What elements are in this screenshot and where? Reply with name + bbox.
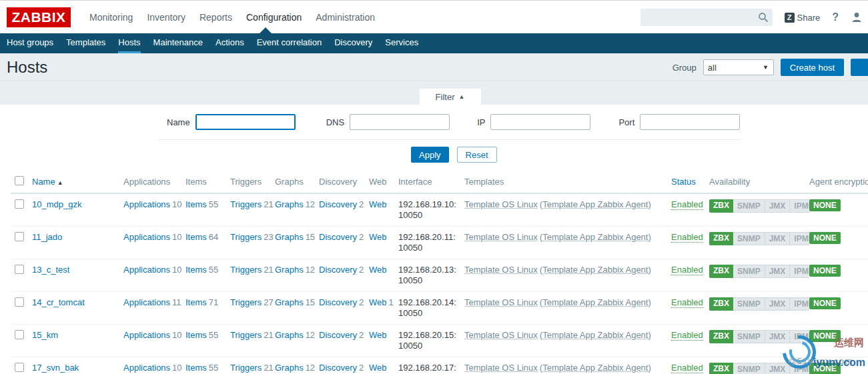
filter-dns-input[interactable] bbox=[350, 114, 450, 130]
template-main-link[interactable]: Template OS Linux bbox=[464, 330, 538, 340]
graphs-link[interactable]: Graphs bbox=[275, 330, 304, 340]
host-name-link[interactable]: 14_cr_tomcat bbox=[32, 297, 85, 307]
reset-button[interactable]: Reset bbox=[457, 147, 497, 163]
graphs-link[interactable]: Graphs bbox=[275, 297, 304, 307]
host-name-link[interactable]: 15_km bbox=[32, 330, 58, 340]
applications-link[interactable]: Applications bbox=[123, 363, 170, 373]
items-link[interactable]: Items bbox=[185, 232, 207, 242]
subnav-item-maintenance[interactable]: Maintenance bbox=[153, 33, 203, 53]
status-toggle-link[interactable]: Enabled bbox=[671, 330, 703, 341]
web-link[interactable]: Web bbox=[369, 330, 387, 340]
menu-item-administration[interactable]: Administration bbox=[309, 1, 382, 33]
host-name-link[interactable]: 10_mdp_gzk bbox=[32, 199, 81, 209]
filter-port-input[interactable] bbox=[640, 114, 740, 130]
template-main-link[interactable]: Template OS Linux bbox=[464, 297, 538, 307]
items-link[interactable]: Items bbox=[185, 330, 207, 340]
web-link[interactable]: Web bbox=[369, 232, 387, 242]
web-link[interactable]: Web bbox=[369, 265, 387, 275]
row-checkbox[interactable] bbox=[15, 363, 24, 372]
template-linked-link[interactable]: Template App Zabbix Agent bbox=[542, 232, 648, 242]
graphs-link[interactable]: Graphs bbox=[275, 265, 304, 275]
host-name-link[interactable]: 17_svn_bak bbox=[32, 363, 79, 373]
web-link[interactable]: Web bbox=[369, 297, 387, 307]
template-main-link[interactable]: Template OS Linux bbox=[464, 265, 538, 275]
template-linked-link[interactable]: Template App Zabbix Agent bbox=[542, 297, 648, 307]
applications-count: 10 bbox=[172, 232, 181, 242]
status-toggle-link[interactable]: Enabled bbox=[671, 265, 703, 275]
subnav-item-hosts[interactable]: Hosts bbox=[118, 33, 140, 53]
row-checkbox[interactable] bbox=[15, 330, 24, 339]
user-profile-icon[interactable] bbox=[851, 11, 863, 23]
status-toggle-link[interactable]: Enabled bbox=[671, 363, 703, 373]
subnav-item-discovery[interactable]: Discovery bbox=[334, 33, 372, 53]
template-main-link[interactable]: Template OS Linux bbox=[464, 232, 538, 242]
menu-item-inventory[interactable]: Inventory bbox=[140, 1, 192, 33]
template-linked-link[interactable]: Template App Zabbix Agent bbox=[542, 363, 648, 373]
row-checkbox[interactable] bbox=[15, 199, 24, 209]
applications-link[interactable]: Applications bbox=[123, 265, 170, 275]
apply-button[interactable]: Apply bbox=[411, 147, 449, 163]
row-checkbox[interactable] bbox=[15, 232, 24, 241]
zabbix-logo[interactable]: ZABBIX bbox=[7, 7, 71, 27]
subnav-item-event-correlation[interactable]: Event correlation bbox=[257, 33, 322, 53]
row-checkbox[interactable] bbox=[15, 265, 24, 274]
search-input[interactable] bbox=[640, 9, 773, 26]
help-button[interactable]: ? bbox=[832, 11, 839, 23]
discovery-link[interactable]: Discovery bbox=[319, 297, 357, 307]
subnav-item-actions[interactable]: Actions bbox=[215, 33, 244, 53]
menu-item-reports[interactable]: Reports bbox=[193, 1, 239, 33]
discovery-link[interactable]: Discovery bbox=[319, 199, 357, 209]
applications-link[interactable]: Applications bbox=[123, 232, 170, 242]
row-checkbox[interactable] bbox=[15, 297, 24, 307]
discovery-link[interactable]: Discovery bbox=[319, 232, 357, 242]
graphs-link[interactable]: Graphs bbox=[275, 199, 304, 209]
template-linked-link[interactable]: Template App Zabbix Agent bbox=[542, 330, 648, 340]
triggers-link[interactable]: Triggers bbox=[230, 297, 262, 307]
applications-link[interactable]: Applications bbox=[123, 330, 170, 340]
discovery-link[interactable]: Discovery bbox=[319, 330, 357, 340]
select-all-checkbox[interactable] bbox=[15, 176, 24, 185]
subnav-item-templates[interactable]: Templates bbox=[66, 33, 105, 53]
search-icon[interactable] bbox=[758, 12, 769, 25]
sort-by-status-link[interactable]: Status bbox=[671, 177, 696, 187]
graphs-link[interactable]: Graphs bbox=[275, 363, 304, 373]
create-host-button[interactable]: Create host bbox=[781, 59, 844, 76]
share-button[interactable]: Z Share bbox=[785, 13, 821, 23]
triggers-link[interactable]: Triggers bbox=[230, 199, 262, 209]
filter-toggle-tab[interactable]: Filter ▲ bbox=[420, 89, 481, 105]
web-link[interactable]: Web bbox=[369, 363, 387, 373]
applications-link[interactable]: Applications bbox=[123, 199, 170, 209]
filter-name-input[interactable] bbox=[195, 114, 296, 130]
filter-ip-input[interactable] bbox=[490, 114, 590, 130]
template-linked-link[interactable]: Template App Zabbix Agent bbox=[542, 265, 648, 275]
items-link[interactable]: Items bbox=[185, 297, 207, 307]
status-toggle-link[interactable]: Enabled bbox=[671, 297, 703, 308]
items-count: 55 bbox=[209, 265, 218, 275]
applications-link[interactable]: Applications bbox=[123, 297, 170, 307]
discovery-link[interactable]: Discovery bbox=[319, 265, 357, 275]
triggers-link[interactable]: Triggers bbox=[230, 232, 262, 242]
template-main-link[interactable]: Template OS Linux bbox=[464, 363, 538, 373]
menu-item-monitoring[interactable]: Monitoring bbox=[83, 1, 139, 33]
items-link[interactable]: Items bbox=[185, 265, 207, 275]
import-button[interactable]: Import bbox=[851, 59, 868, 76]
host-name-link[interactable]: 13_c_test bbox=[32, 265, 69, 275]
sort-by-name-link[interactable]: Name bbox=[32, 177, 55, 187]
subnav-item-host-groups[interactable]: Host groups bbox=[7, 33, 53, 53]
triggers-link[interactable]: Triggers bbox=[230, 330, 262, 340]
items-link[interactable]: Items bbox=[185, 363, 207, 373]
template-linked-link[interactable]: Template App Zabbix Agent bbox=[542, 199, 648, 209]
triggers-link[interactable]: Triggers bbox=[230, 363, 262, 373]
subnav-item-services[interactable]: Services bbox=[385, 33, 418, 53]
items-link[interactable]: Items bbox=[185, 199, 207, 209]
menu-item-configuration[interactable]: Configuration bbox=[240, 1, 308, 33]
triggers-link[interactable]: Triggers bbox=[230, 265, 262, 275]
graphs-link[interactable]: Graphs bbox=[275, 232, 304, 242]
web-link[interactable]: Web bbox=[369, 199, 387, 209]
group-select[interactable]: all ▼ bbox=[703, 59, 774, 75]
template-main-link[interactable]: Template OS Linux bbox=[464, 199, 538, 209]
status-toggle-link[interactable]: Enabled bbox=[671, 232, 703, 243]
host-name-link[interactable]: 11_jado bbox=[32, 232, 62, 242]
discovery-link[interactable]: Discovery bbox=[319, 363, 357, 373]
status-toggle-link[interactable]: Enabled bbox=[671, 199, 703, 210]
